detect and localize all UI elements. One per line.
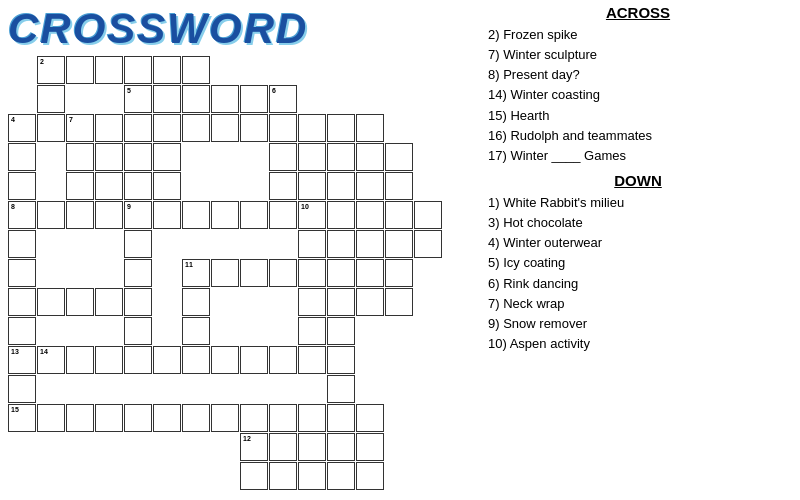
grid-cell[interactable] [356, 201, 384, 229]
grid-cell[interactable] [37, 404, 65, 432]
grid-cell[interactable] [95, 201, 123, 229]
grid-cell[interactable]: 14 [37, 346, 65, 374]
grid-cell[interactable] [327, 462, 355, 490]
grid-cell[interactable] [356, 259, 384, 287]
grid-cell[interactable] [269, 172, 297, 200]
grid-cell[interactable] [298, 317, 326, 345]
grid-cell[interactable] [8, 259, 36, 287]
grid-cell[interactable] [269, 259, 297, 287]
grid-cell[interactable]: 8 [8, 201, 36, 229]
grid-cell[interactable] [414, 201, 442, 229]
grid-cell[interactable] [269, 201, 297, 229]
grid-cell[interactable] [124, 143, 152, 171]
grid-cell[interactable] [298, 230, 326, 258]
grid-cell[interactable] [298, 172, 326, 200]
grid-cell[interactable] [182, 346, 210, 374]
grid-cell[interactable] [385, 201, 413, 229]
grid-cell[interactable] [269, 462, 297, 490]
grid-cell[interactable] [153, 346, 181, 374]
grid-cell[interactable] [8, 172, 36, 200]
grid-cell[interactable] [124, 56, 152, 84]
grid-cell[interactable] [240, 114, 268, 142]
grid-cell[interactable] [327, 230, 355, 258]
grid-cell[interactable]: 12 [240, 433, 268, 461]
grid-cell[interactable] [269, 404, 297, 432]
grid-cell[interactable] [356, 114, 384, 142]
grid-cell[interactable] [153, 85, 181, 113]
grid-cell[interactable] [8, 375, 36, 403]
grid-cell[interactable] [124, 259, 152, 287]
grid-cell[interactable] [182, 85, 210, 113]
grid-cell[interactable] [356, 433, 384, 461]
grid-cell[interactable]: 2 [37, 56, 65, 84]
grid-cell[interactable]: 10 [298, 201, 326, 229]
grid-cell[interactable] [95, 404, 123, 432]
grid-cell[interactable]: 6 [269, 85, 297, 113]
grid-cell[interactable] [240, 346, 268, 374]
grid-cell[interactable] [95, 288, 123, 316]
grid-cell[interactable]: 13 [8, 346, 36, 374]
grid-cell[interactable] [327, 172, 355, 200]
grid-cell[interactable] [182, 317, 210, 345]
grid-cell[interactable] [385, 288, 413, 316]
grid-cell[interactable] [327, 114, 355, 142]
grid-cell[interactable] [124, 172, 152, 200]
grid-cell[interactable] [385, 259, 413, 287]
grid-cell[interactable] [298, 346, 326, 374]
grid-cell[interactable] [182, 201, 210, 229]
grid-cell[interactable] [66, 172, 94, 200]
grid-cell[interactable] [385, 143, 413, 171]
grid-cell[interactable] [95, 143, 123, 171]
grid-cell[interactable] [327, 404, 355, 432]
grid-cell[interactable] [66, 346, 94, 374]
grid-cell[interactable] [66, 288, 94, 316]
grid-cell[interactable] [37, 288, 65, 316]
grid-cell[interactable] [153, 56, 181, 84]
grid-cell[interactable] [385, 230, 413, 258]
grid-cell[interactable] [153, 404, 181, 432]
grid-cell[interactable] [240, 462, 268, 490]
grid-cell[interactable] [211, 114, 239, 142]
grid-cell[interactable] [327, 346, 355, 374]
grid-cell[interactable] [240, 404, 268, 432]
grid-cell[interactable] [124, 346, 152, 374]
grid-cell[interactable] [298, 404, 326, 432]
grid-cell[interactable] [414, 230, 442, 258]
grid-cell[interactable] [182, 288, 210, 316]
grid-cell[interactable] [298, 433, 326, 461]
grid-cell[interactable] [153, 143, 181, 171]
grid-cell[interactable] [37, 85, 65, 113]
grid-cell[interactable] [356, 404, 384, 432]
grid-cell[interactable] [124, 404, 152, 432]
grid-cell[interactable] [269, 114, 297, 142]
grid-cell[interactable]: 9 [124, 201, 152, 229]
grid-cell[interactable] [66, 201, 94, 229]
grid-cell[interactable] [66, 143, 94, 171]
grid-cell[interactable] [8, 230, 36, 258]
grid-cell[interactable] [327, 259, 355, 287]
grid-cell[interactable] [269, 346, 297, 374]
grid-cell[interactable] [66, 56, 94, 84]
grid-cell[interactable]: 7 [66, 114, 94, 142]
grid-cell[interactable] [298, 114, 326, 142]
grid-cell[interactable]: 15 [8, 404, 36, 432]
grid-cell[interactable] [356, 143, 384, 171]
grid-cell[interactable] [182, 114, 210, 142]
grid-cell[interactable] [327, 143, 355, 171]
grid-cell[interactable] [356, 462, 384, 490]
grid-cell[interactable] [8, 288, 36, 316]
grid-cell[interactable] [66, 404, 94, 432]
grid-cell[interactable] [298, 143, 326, 171]
grid-cell[interactable] [211, 85, 239, 113]
grid-cell[interactable] [182, 404, 210, 432]
grid-cell[interactable] [327, 433, 355, 461]
grid-cell[interactable] [182, 56, 210, 84]
grid-cell[interactable] [95, 56, 123, 84]
grid-cell[interactable] [240, 85, 268, 113]
grid-cell[interactable] [8, 317, 36, 345]
grid-cell[interactable] [124, 230, 152, 258]
grid-cell[interactable] [240, 201, 268, 229]
grid-cell[interactable] [8, 143, 36, 171]
grid-cell[interactable] [37, 114, 65, 142]
grid-cell[interactable] [153, 201, 181, 229]
